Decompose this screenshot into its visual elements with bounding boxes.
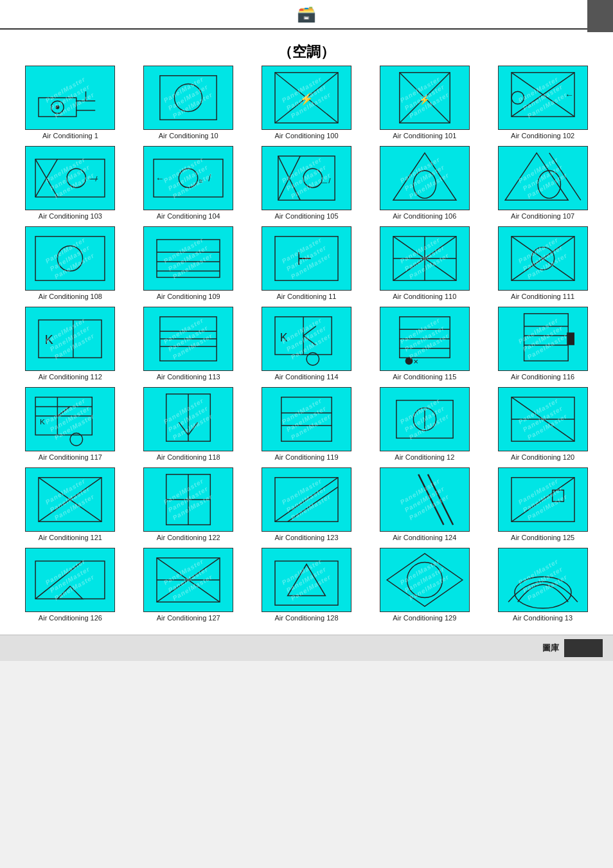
svg-rect-157	[380, 548, 468, 611]
svg-text:✕: ✕	[413, 358, 418, 365]
svg-text:←: ←	[155, 174, 164, 183]
item-label: Air Conditioning 124	[393, 534, 456, 541]
symbol-box: PanelMasterPanelMasterPanelMaster	[25, 548, 115, 612]
list-item[interactable]: ← ≡ / PanelMasterPanelMasterPanelMasterA…	[131, 146, 246, 220]
list-item[interactable]: PanelMasterPanelMasterPanelMasterAir Con…	[367, 467, 482, 541]
list-item[interactable]: K PanelMasterPanelMasterPanelMasterAir C…	[13, 307, 128, 381]
item-label: Air Conditioning 102	[511, 132, 574, 140]
item-label: Air Conditioning 121	[39, 534, 102, 541]
symbol-box: PanelMasterPanelMasterPanelMaster	[143, 226, 233, 291]
svg-text:K: K	[45, 332, 53, 347]
list-item[interactable]: PanelMasterPanelMasterPanelMasterAir Con…	[131, 548, 246, 622]
symbol-box: — / PanelMasterPanelMasterPanelMaster	[25, 146, 115, 210]
symbol-grid: PanelMasterPanelMasterPanelMasterAir Con…	[13, 66, 600, 622]
bottom-bar: 圖庫	[0, 635, 613, 661]
symbol-box: PanelMasterPanelMasterPanelMaster	[380, 548, 470, 612]
main-content: （空調） PanelMasterPanelMasterPanelMasterAi…	[0, 30, 613, 635]
list-item[interactable]: PanelMasterPanelMasterPanelMasterAir Con…	[13, 548, 128, 622]
symbol-box: ⚡ PanelMasterPanelMasterPanelMaster	[262, 66, 351, 130]
item-label: Air Conditioning 108	[39, 293, 102, 300]
list-item[interactable]: PanelMasterPanelMasterPanelMasterAir Con…	[131, 226, 246, 300]
item-label: Air Conditioning 129	[393, 614, 456, 622]
list-item[interactable]: K PanelMasterPanelMasterPanelMasterAir C…	[13, 387, 128, 461]
page-title: （空調）	[13, 36, 600, 66]
list-item[interactable]: PanelMasterPanelMasterPanelMasterAir Con…	[367, 387, 482, 461]
list-item[interactable]: PanelMasterPanelMasterPanelMasterAir Con…	[249, 387, 364, 461]
item-label: Air Conditioning 117	[39, 453, 102, 461]
symbol-box: PanelMasterPanelMasterPanelMaster	[143, 307, 233, 371]
item-label: Air Conditioning 109	[157, 293, 220, 300]
list-item[interactable]: PanelMasterPanelMasterPanelMasterAir Con…	[485, 548, 600, 622]
list-item[interactable]: — / PanelMasterPanelMasterPanelMasterAir…	[13, 146, 128, 220]
item-label: Air Conditioning 106	[393, 212, 456, 220]
list-item[interactable]: PanelMasterPanelMasterPanelMasterAir Con…	[13, 66, 128, 140]
item-label: Air Conditioning 111	[511, 293, 574, 300]
symbol-box: PanelMasterPanelMasterPanelMaster	[498, 548, 588, 612]
list-item[interactable]: PanelMasterPanelMasterPanelMasterAir Con…	[485, 307, 600, 381]
item-label: Air Conditioning 114	[274, 373, 338, 381]
list-item[interactable]: PanelMasterPanelMasterPanelMasterAir Con…	[131, 307, 246, 381]
item-label: Air Conditioning 11	[277, 293, 337, 300]
svg-text:⊢: ⊢	[297, 249, 312, 269]
symbol-box: PanelMasterPanelMasterPanelMaster	[380, 226, 470, 291]
list-item[interactable]: ← PanelMasterPanelMasterPanelMasterAir C…	[485, 66, 600, 140]
list-item[interactable]: PanelMasterPanelMasterPanelMasterAir Con…	[131, 66, 246, 140]
item-label: Air Conditioning 105	[274, 212, 338, 220]
list-item[interactable]: PanelMasterPanelMasterPanelMasterAir Con…	[13, 467, 128, 541]
list-item[interactable]: PanelMasterPanelMasterPanelMasterAir Con…	[131, 467, 246, 541]
symbol-box: PanelMasterPanelMasterPanelMaster	[380, 387, 470, 451]
symbol-box: PanelMasterPanelMasterPanelMaster	[498, 387, 588, 451]
top-right-decoration	[587, 0, 613, 32]
svg-point-6	[56, 105, 60, 109]
symbol-box: PanelMasterPanelMasterPanelMaster	[498, 307, 588, 371]
list-item[interactable]: PanelMasterPanelMasterPanelMasterAir Con…	[367, 146, 482, 220]
item-label: Air Conditioning 123	[274, 534, 338, 541]
list-item[interactable]: PanelMasterPanelMasterPanelMasterAir Con…	[367, 548, 482, 622]
svg-text:—: —	[321, 179, 328, 186]
list-item[interactable]: ⊢ PanelMasterPanelMasterPanelMasterAir C…	[249, 226, 364, 300]
symbol-box: K PanelMasterPanelMasterPanelMaster	[25, 307, 115, 371]
app-icon: 🗃️	[297, 5, 316, 23]
list-item[interactable]: K PanelMasterPanelMasterPanelMasterAir C…	[249, 307, 364, 381]
list-item[interactable]: ⚡ PanelMasterPanelMasterPanelMasterAir C…	[367, 66, 482, 140]
item-label: Air Conditioning 119	[274, 453, 338, 461]
item-label: Air Conditioning 127	[157, 614, 220, 622]
item-label: Air Conditioning 107	[511, 212, 574, 220]
list-item[interactable]: PanelMasterPanelMasterPanelMasterAir Con…	[249, 548, 364, 622]
list-item[interactable]: ✕ PanelMasterPanelMasterPanelMasterAir C…	[367, 307, 482, 381]
list-item[interactable]: PanelMasterPanelMasterPanelMasterAir Con…	[367, 226, 482, 300]
svg-rect-100	[567, 332, 574, 345]
svg-text:/: /	[209, 174, 211, 183]
symbol-box: PanelMasterPanelMasterPanelMaster	[143, 548, 233, 612]
item-label: Air Conditioning 103	[39, 212, 102, 220]
svg-rect-154	[262, 548, 350, 611]
svg-text:←: ←	[565, 90, 574, 100]
list-item[interactable]: PanelMasterPanelMasterPanelMasterAir Con…	[485, 387, 600, 461]
item-label: Air Conditioning 126	[39, 614, 102, 622]
list-item[interactable]: PanelMasterPanelMasterPanelMasterAir Con…	[13, 226, 128, 300]
symbol-box: PanelMasterPanelMasterPanelMaster	[25, 467, 115, 532]
symbol-box: PanelMasterPanelMasterPanelMaster	[380, 467, 470, 532]
svg-rect-26	[26, 147, 114, 210]
svg-rect-72	[26, 307, 114, 370]
list-item[interactable]: PanelMasterPanelMasterPanelMasterAir Con…	[485, 226, 600, 300]
symbol-box: PanelMasterPanelMasterPanelMaster	[262, 467, 351, 532]
item-label: Air Conditioning 104	[157, 212, 220, 220]
item-label: Air Conditioning 116	[511, 373, 574, 381]
item-label: Air Conditioning 113	[157, 373, 220, 381]
svg-text:⚡: ⚡	[299, 92, 314, 106]
item-label: Air Conditioning 1	[42, 132, 98, 140]
item-label: Air Conditioning 101	[393, 132, 456, 140]
symbol-box: PanelMasterPanelMasterPanelMaster	[498, 226, 588, 291]
list-item[interactable]: PanelMasterPanelMasterPanelMasterAir Con…	[131, 387, 246, 461]
list-item[interactable]: — / PanelMasterPanelMasterPanelMasterAir…	[249, 146, 364, 220]
list-item[interactable]: PanelMasterPanelMasterPanelMasterAir Con…	[249, 467, 364, 541]
list-item[interactable]: ⚡ PanelMasterPanelMasterPanelMasterAir C…	[249, 66, 364, 140]
symbol-box: ⚡ PanelMasterPanelMasterPanelMaster	[380, 66, 470, 130]
list-item[interactable]: PanelMasterPanelMasterPanelMasterAir Con…	[485, 467, 600, 541]
list-item[interactable]: PanelMasterPanelMasterPanelMasterAir Con…	[485, 146, 600, 220]
symbol-box: ✕ PanelMasterPanelMasterPanelMaster	[380, 307, 470, 371]
symbol-box: PanelMasterPanelMasterPanelMaster	[498, 467, 588, 532]
symbol-box: ⊢ PanelMasterPanelMasterPanelMaster	[262, 226, 351, 291]
item-label: Air Conditioning 122	[157, 534, 220, 541]
